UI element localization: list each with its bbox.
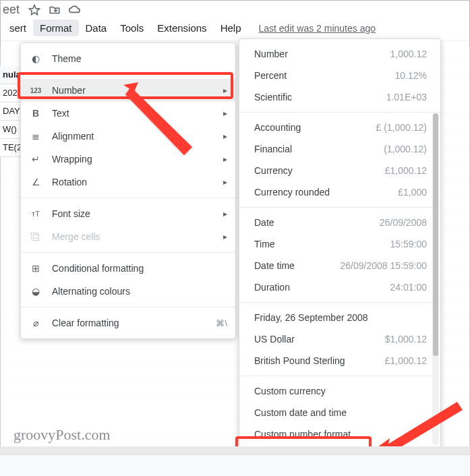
- submenu-arrow-icon: ▸: [223, 86, 227, 95]
- condfmt-icon: ⊞: [29, 262, 42, 275]
- format-example: 15:59:00: [390, 239, 428, 249]
- format-menu-dropdown: ◐Theme123Number▸BText▸≣Alignment▸↵Wrappi…: [20, 42, 236, 339]
- format-example: 1,000.12: [390, 49, 428, 59]
- menu-item-text[interactable]: BText▸: [21, 102, 235, 125]
- format-label: Date time: [254, 260, 341, 271]
- menu-shortcut: ⌘\: [216, 318, 227, 328]
- number-format-custom-date-and-time[interactable]: Custom date and time: [239, 402, 440, 423]
- number-format-custom-currency[interactable]: Custom currency: [239, 380, 440, 402]
- wrap-icon: ↵: [29, 152, 42, 166]
- number-format-date[interactable]: Date26/09/2008: [239, 212, 440, 233]
- menu-item-clear-formatting[interactable]: ⌀Clear formatting⌘\: [21, 311, 235, 334]
- number-format-us-dollar[interactable]: US Dollar$1,000.12: [239, 328, 440, 350]
- merge-icon: ⿻: [29, 230, 42, 243]
- menu-separator: [21, 252, 235, 253]
- format-label: Accounting: [254, 122, 376, 133]
- format-label: Percent: [254, 70, 395, 81]
- menu-item-merge-cells: ⿻Merge cells▸: [21, 225, 235, 248]
- format-example: 24:01:00: [390, 282, 428, 293]
- altcolor-icon: ◒: [29, 285, 42, 298]
- menu-item-label: Rotation: [52, 177, 223, 187]
- menu-item-label: Number: [52, 85, 223, 96]
- submenu-arrow-icon: ▸: [223, 177, 227, 187]
- menu-item-label: Alignment: [52, 131, 223, 142]
- menu-item-font-size[interactable]: тTFont size▸: [21, 202, 235, 225]
- number-format-scientific[interactable]: Scientific1.01E+03: [239, 86, 440, 108]
- format-example: 26/09/2008 15:59:00: [341, 260, 427, 271]
- menu-item-number[interactable]: 123Number▸: [21, 79, 235, 102]
- format-label: Friday, 26 September 2008: [254, 312, 427, 323]
- menu-item-label: Wrapping: [52, 154, 223, 165]
- format-example: $1,000.12: [385, 334, 427, 345]
- number-format-time[interactable]: Time15:59:00: [239, 233, 440, 255]
- number-icon: 123: [29, 84, 42, 97]
- format-label: Custom number format: [254, 429, 427, 440]
- format-example: 10.12%: [395, 70, 427, 81]
- submenu-separator: [239, 112, 440, 113]
- format-label: Date: [254, 217, 380, 228]
- bold-icon: B: [29, 107, 42, 120]
- format-example: (1,000.12): [384, 144, 427, 154]
- menu-item-label: Theme: [52, 53, 227, 64]
- align-icon: ≣: [29, 129, 42, 143]
- menu-separator: [21, 307, 235, 307]
- format-label: Financial: [254, 144, 384, 154]
- menu-item-label: Conditional formatting: [52, 263, 227, 274]
- menu-item-theme[interactable]: ◐Theme: [21, 47, 235, 70]
- format-label: Scientific: [254, 92, 386, 102]
- menu-item-rotation[interactable]: ∠Rotation▸: [21, 171, 235, 194]
- number-format-submenu: Number1,000.12Percent10.12%Scientific1.0…: [239, 38, 441, 450]
- menu-item-label: Merge cells: [52, 231, 223, 242]
- number-format-friday-26-september-2008[interactable]: Friday, 26 September 2008: [239, 307, 440, 328]
- number-format-british-pound-sterling[interactable]: British Pound Sterling£1,000.12: [239, 350, 440, 371]
- submenu-arrow-icon: ▸: [223, 109, 227, 118]
- format-example: £1,000: [398, 187, 427, 198]
- format-label: US Dollar: [254, 334, 385, 345]
- menu-separator: [21, 74, 235, 75]
- menu-item-conditional-formatting[interactable]: ⊞Conditional formatting: [21, 257, 235, 280]
- format-example: 26/09/2008: [380, 217, 427, 228]
- menu-item-label: Text: [52, 108, 223, 119]
- format-label: Duration: [254, 282, 390, 293]
- horizontal-scrollbar[interactable]: [0, 446, 470, 454]
- submenu-separator: [239, 207, 440, 208]
- format-label: Currency: [254, 165, 385, 176]
- format-label: Custom date and time: [254, 407, 427, 418]
- watermark: groovyPost.com: [13, 426, 111, 444]
- number-format-percent[interactable]: Percent10.12%: [239, 65, 440, 86]
- rotate-icon: ∠: [29, 175, 42, 189]
- format-label: Currency rounded: [254, 187, 398, 198]
- submenu-arrow-icon: ▸: [223, 154, 227, 164]
- submenu-separator: [239, 302, 440, 303]
- clear-icon: ⌀: [29, 316, 42, 330]
- menu-separator: [21, 198, 235, 198]
- menu-item-label: Clear formatting: [52, 318, 216, 328]
- menu-item-label: Alternating colours: [52, 286, 227, 297]
- number-format-currency-rounded[interactable]: Currency rounded£1,000: [239, 181, 440, 203]
- format-label: Time: [254, 239, 390, 249]
- submenu-separator: [239, 376, 440, 376]
- format-label: Custom currency: [254, 386, 427, 396]
- number-format-currency[interactable]: Currency£1,000.12: [239, 160, 440, 181]
- format-example: £1,000.12: [385, 355, 427, 366]
- format-example: £1,000.12: [385, 165, 427, 176]
- number-format-date-time[interactable]: Date time26/09/2008 15:59:00: [239, 255, 440, 276]
- number-format-duration[interactable]: Duration24:01:00: [239, 276, 440, 298]
- submenu-arrow-icon: ▸: [223, 131, 227, 141]
- number-format-financial[interactable]: Financial(1,000.12): [239, 138, 440, 160]
- submenu-arrow-icon: ▸: [223, 209, 227, 218]
- theme-icon: ◐: [29, 52, 42, 65]
- submenu-arrow-icon: ▸: [223, 232, 227, 241]
- menu-item-label: Font size: [52, 208, 223, 219]
- number-format-number[interactable]: Number1,000.12: [239, 43, 440, 65]
- format-label: British Pound Sterling: [254, 355, 385, 366]
- menu-item-wrapping[interactable]: ↵Wrapping▸: [21, 148, 235, 171]
- sheet-tab-bar[interactable]: [0, 454, 470, 476]
- submenu-scrollbar[interactable]: [432, 113, 439, 445]
- menu-item-alternating-colours[interactable]: ◒Alternating colours: [21, 280, 235, 303]
- menu-item-alignment[interactable]: ≣Alignment▸: [21, 125, 235, 148]
- format-example: 1.01E+03: [386, 92, 427, 102]
- number-format-accounting[interactable]: Accounting£ (1,000.12): [239, 117, 440, 138]
- number-format-custom-number-format[interactable]: Custom number format: [239, 423, 440, 445]
- fontsize-icon: тT: [29, 207, 42, 220]
